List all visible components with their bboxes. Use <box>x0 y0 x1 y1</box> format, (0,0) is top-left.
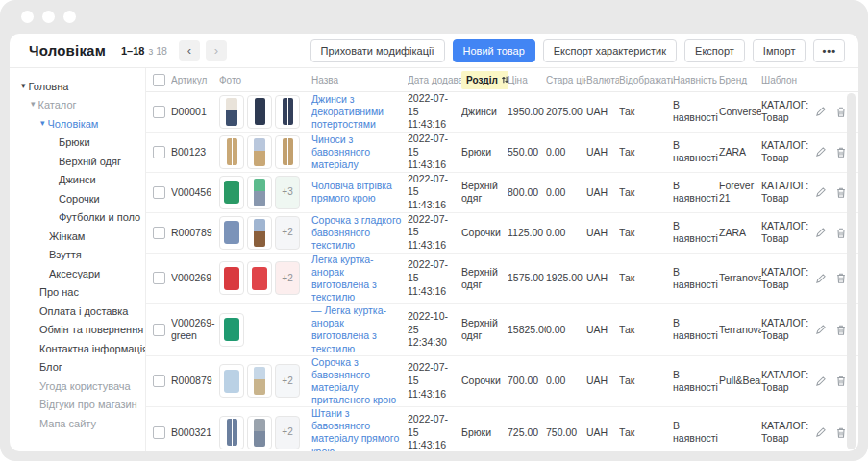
edit-icon[interactable] <box>815 426 827 438</box>
window-control-dot[interactable] <box>21 11 34 23</box>
product-photo[interactable] <box>219 95 244 129</box>
new-product-button[interactable]: Новий товар <box>453 39 535 62</box>
row-checkbox[interactable] <box>153 227 165 239</box>
select-all-checkbox[interactable] <box>153 74 165 86</box>
column-header-availability[interactable]: Наявність <box>673 75 719 85</box>
column-header-name[interactable]: Назва <box>311 75 408 85</box>
sidebar-item-pro-nas[interactable]: Про нас <box>10 283 145 303</box>
product-photo[interactable] <box>247 364 272 398</box>
import-button[interactable]: Імпорт <box>753 39 806 62</box>
more-photos-badge[interactable]: +3 <box>275 176 300 209</box>
product-photo[interactable] <box>219 176 244 209</box>
column-header-currency[interactable]: Валюта <box>586 75 619 85</box>
product-link[interactable]: Чиноси з бавовняного матеріалу <box>311 133 370 170</box>
sidebar-item-vzuttia[interactable]: Взуття <box>10 246 145 265</box>
more-photos-badge[interactable]: +2 <box>275 261 300 295</box>
product-photo[interactable] <box>219 364 244 398</box>
row-checkbox[interactable] <box>153 272 165 284</box>
delete-icon[interactable] <box>835 426 845 439</box>
product-photo[interactable] <box>219 313 244 347</box>
sidebar-item-mapa-saitu[interactable]: Мапа сайту <box>10 414 145 433</box>
edit-icon[interactable] <box>815 273 827 284</box>
product-link[interactable]: Легка куртка-анорак виготовлена з тексти… <box>311 254 377 303</box>
column-header-section[interactable]: Розділ <box>461 71 508 89</box>
product-photo[interactable] <box>247 216 272 250</box>
row-checkbox[interactable] <box>153 106 165 118</box>
column-header-old-price[interactable]: Стара ціна <box>546 75 586 85</box>
sidebar-item-zhinkam[interactable]: Жінкам <box>10 227 145 246</box>
export-characteristics-button[interactable]: Експорт характеристик <box>543 39 677 62</box>
product-photo[interactable] <box>219 135 244 169</box>
sidebar-item-obmin-ta-povernennia[interactable]: Обмін та повернення <box>10 321 145 340</box>
product-photo[interactable] <box>247 416 272 449</box>
product-photo[interactable] <box>219 416 244 449</box>
edit-icon[interactable] <box>815 186 827 198</box>
edit-icon[interactable] <box>815 146 827 158</box>
more-photos-badge[interactable]: +2 <box>275 416 300 449</box>
sidebar-item-sorochky[interactable]: Сорочки <box>10 189 145 208</box>
sidebar-item-briuky[interactable]: Брюки <box>10 133 145 153</box>
window-control-dot[interactable] <box>42 11 55 23</box>
row-checkbox[interactable] <box>153 426 165 439</box>
vertical-scrollbar[interactable] <box>847 93 856 449</box>
product-photo[interactable] <box>247 135 272 169</box>
export-button[interactable]: Експорт <box>684 39 745 62</box>
delete-icon[interactable] <box>835 375 845 387</box>
sidebar-item-uhoda-korystuvacha[interactable]: Угода користувача <box>10 376 145 396</box>
row-checkbox[interactable] <box>153 146 165 158</box>
row-checkbox[interactable] <box>153 324 165 336</box>
delete-icon[interactable] <box>835 227 845 239</box>
column-header-article[interactable]: Артикул <box>171 75 219 85</box>
product-photo[interactable] <box>219 216 244 250</box>
product-photo[interactable] <box>247 95 272 129</box>
row-checkbox[interactable] <box>153 375 165 387</box>
edit-icon[interactable] <box>815 376 827 387</box>
product-link[interactable]: Чоловіча вітрівка прямого крою <box>311 180 392 204</box>
sidebar-item-verkhnii-odiah[interactable]: Верхній одяг <box>10 152 145 171</box>
delete-icon[interactable] <box>835 186 845 199</box>
product-photo[interactable] <box>247 261 272 295</box>
product-photo[interactable] <box>247 176 272 209</box>
delete-icon[interactable] <box>835 272 845 284</box>
prev-page-button[interactable]: ‹ <box>179 40 200 61</box>
sidebar-item-oplata-i-dostavka[interactable]: Оплата і доставка <box>10 302 145 321</box>
hide-modifications-button[interactable]: Приховати модифікації <box>310 39 445 62</box>
sidebar-item-holovna[interactable]: ▾Головна <box>10 77 145 96</box>
column-header-display[interactable]: Відображати <box>619 75 673 85</box>
more-actions-button[interactable]: ••• <box>813 39 845 62</box>
sidebar-item-cholovikam[interactable]: ▾Чоловікам <box>10 114 145 133</box>
more-photos-badge[interactable]: +2 <box>275 364 300 398</box>
column-header-brand[interactable]: Бренд <box>719 75 761 85</box>
sidebar-item-futbolky-y-polo[interactable]: Футболки и поло <box>10 208 145 228</box>
sidebar-item-dzhynsy[interactable]: Джинси <box>10 171 145 190</box>
edit-icon[interactable] <box>815 227 827 238</box>
more-photos-badge[interactable]: +2 <box>275 216 300 250</box>
edit-icon[interactable] <box>815 324 827 335</box>
product-link[interactable]: Штани з бавовняного матеріалу прямого кр… <box>311 407 399 451</box>
sidebar-item-bloh[interactable]: Блог <box>10 358 145 377</box>
product-link[interactable]: Джинси з декоративними потертостями <box>311 93 384 130</box>
column-header-template[interactable]: Шаблон <box>761 75 815 85</box>
sidebar-item-kontaktna-informatsiia[interactable]: Контактна інформація <box>10 339 145 358</box>
product-link[interactable]: Сорочка з гладкого бавовняного текстилю <box>311 214 401 251</box>
column-header-price[interactable]: Ціна <box>508 75 546 85</box>
delete-icon[interactable] <box>835 106 845 118</box>
sidebar-item-kataloh[interactable]: ▾Каталог <box>10 96 145 115</box>
article-cell: R000879 <box>171 375 219 387</box>
garment-shape <box>252 267 267 290</box>
product-photo[interactable] <box>275 135 300 169</box>
product-photo[interactable] <box>275 95 300 129</box>
window-control-dot[interactable] <box>63 11 76 23</box>
product-link[interactable]: — Легка куртка-анорак виготовлена з текс… <box>311 304 386 353</box>
sidebar-item-vidhuky-pro-mahazyn[interactable]: Відгуки про магазин <box>10 396 145 415</box>
column-header-date[interactable]: Дата додавання <box>408 75 461 85</box>
edit-icon[interactable] <box>815 106 827 117</box>
product-photo[interactable] <box>219 261 244 295</box>
row-checkbox[interactable] <box>153 186 165 199</box>
sidebar-item-aksesuary[interactable]: Аксесуари <box>10 264 145 283</box>
next-page-button[interactable]: › <box>206 40 227 61</box>
column-header-photo[interactable]: Фото <box>219 75 311 85</box>
delete-icon[interactable] <box>835 324 845 336</box>
product-link[interactable]: Сорочка з бавовняного матеріалу притален… <box>311 356 396 405</box>
delete-icon[interactable] <box>835 146 845 158</box>
